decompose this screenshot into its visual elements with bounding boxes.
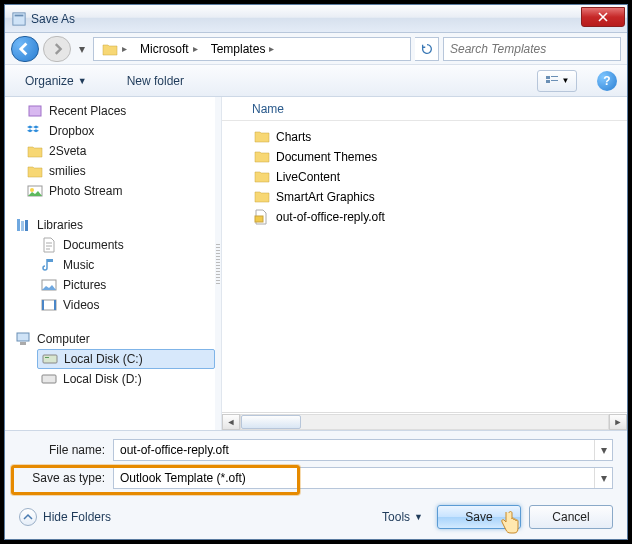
chevron-down-icon: ▼ [414,512,423,522]
chevron-down-icon: ▼ [562,76,570,85]
list-item[interactable]: SmartArt Graphics [250,187,627,207]
file-list[interactable]: Charts Document Themes LiveContent Smart… [222,121,627,412]
chevron-right-icon: ▸ [269,43,274,54]
tree-local-disk-c[interactable]: Local Disk (C:) [37,349,215,369]
list-item[interactable]: out-of-office-reply.oft [250,207,627,227]
search-box[interactable] [443,37,621,61]
svg-rect-15 [54,300,56,310]
new-folder-button[interactable]: New folder [117,70,194,92]
save-button[interactable]: Save [437,505,521,529]
forward-button[interactable] [43,36,71,62]
search-input[interactable] [444,42,620,56]
scroll-thumb[interactable] [241,415,301,429]
tools-button[interactable]: Tools ▼ [376,506,429,528]
svg-point-8 [30,188,34,192]
tree-videos[interactable]: Videos [37,295,215,315]
tree-pictures[interactable]: Pictures [37,275,215,295]
svg-rect-16 [17,333,29,341]
column-header-name[interactable]: Name [222,97,627,121]
svg-rect-4 [551,76,558,77]
svg-rect-5 [551,80,558,81]
tree-smilies[interactable]: smilies [23,161,215,181]
body-area: Recent Places Dropbox 2Sveta smilies Pho… [5,97,627,431]
svg-rect-2 [546,76,550,79]
breadcrumb-label: Microsoft [140,42,189,56]
organize-button[interactable]: Organize ▼ [15,70,97,92]
refresh-button[interactable] [415,37,439,61]
chevron-down-icon: ▼ [78,76,87,86]
breadcrumb-templates[interactable]: Templates ▸ [205,38,282,60]
tree-local-disk-d[interactable]: Local Disk (D:) [37,369,215,389]
tree-photo-stream[interactable]: Photo Stream [23,181,215,201]
chevron-right-icon: ▸ [193,43,198,54]
view-options-button[interactable]: ▼ [537,70,577,92]
list-item[interactable]: LiveContent [250,167,627,187]
svg-rect-14 [42,300,44,310]
tree-2sveta[interactable]: 2Sveta [23,141,215,161]
scroll-left-button[interactable]: ◄ [222,414,240,430]
nav-history-dropdown[interactable]: ▾ [75,38,89,60]
filetype-row: Save as type: Outlook Template (*.oft) ▾ [19,467,613,489]
svg-rect-1 [15,14,24,16]
cancel-button[interactable]: Cancel [529,505,613,529]
hide-folders-button[interactable]: Hide Folders [19,508,111,526]
breadcrumb[interactable]: ▸ Microsoft ▸ Templates ▸ [93,37,411,61]
list-item[interactable]: Charts [250,127,627,147]
svg-rect-19 [45,357,49,358]
scroll-track[interactable] [240,414,609,430]
filetype-dropdown-icon[interactable]: ▾ [594,468,612,488]
filename-input[interactable] [114,443,594,457]
svg-rect-17 [20,342,26,345]
svg-rect-20 [42,375,56,383]
filetype-label: Save as type: [19,471,113,485]
tree-recent-places[interactable]: Recent Places [23,101,215,121]
tree-libraries[interactable]: Libraries [11,215,215,235]
list-item[interactable]: Document Themes [250,147,627,167]
tree-documents[interactable]: Documents [37,235,215,255]
tree-music[interactable]: Music [37,255,215,275]
chevron-up-icon [19,508,37,526]
filename-row: File name: ▾ [19,439,613,461]
horizontal-scrollbar[interactable]: ◄ ► [222,412,627,430]
window-title: Save As [31,12,581,26]
filetype-field[interactable]: Outlook Template (*.oft) ▾ [113,467,613,489]
tree-dropbox[interactable]: Dropbox [23,121,215,141]
toolbar: Organize ▼ New folder ▼ ? [5,65,627,97]
scroll-right-button[interactable]: ► [609,414,627,430]
filetype-value: Outlook Template (*.oft) [114,471,594,485]
help-button[interactable]: ? [597,71,617,91]
back-button[interactable] [11,36,39,62]
breadcrumb-root[interactable]: ▸ [96,38,134,60]
save-as-dialog: Save As ▾ ▸ Microsoft ▸ Templates ▸ [4,4,628,540]
svg-rect-6 [29,106,41,116]
filename-label: File name: [19,443,113,457]
svg-rect-9 [17,219,20,231]
titlebar: Save As [5,5,627,33]
svg-rect-21 [255,216,263,222]
close-button[interactable] [581,7,625,27]
svg-rect-11 [25,220,28,231]
svg-rect-13 [42,300,56,310]
breadcrumb-microsoft[interactable]: Microsoft ▸ [134,38,205,60]
filename-field[interactable]: ▾ [113,439,613,461]
navigation-row: ▾ ▸ Microsoft ▸ Templates ▸ [5,33,627,65]
bottom-panel: File name: ▾ Save as type: Outlook Templ… [5,431,627,539]
filename-dropdown-icon[interactable]: ▾ [594,440,612,460]
svg-rect-10 [21,221,24,231]
app-icon [11,11,27,27]
chevron-right-icon: ▸ [122,43,127,54]
tree-computer[interactable]: Computer [11,329,215,349]
file-list-pane: Name Charts Document Themes LiveContent … [221,97,627,430]
svg-rect-3 [546,80,550,83]
folder-tree[interactable]: Recent Places Dropbox 2Sveta smilies Pho… [5,97,215,430]
svg-rect-18 [43,355,57,363]
breadcrumb-label: Templates [211,42,266,56]
